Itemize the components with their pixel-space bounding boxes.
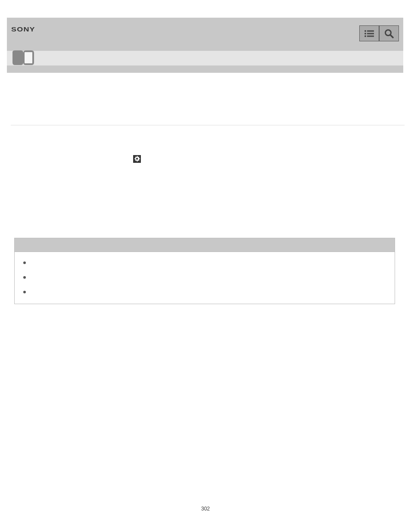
list-item bbox=[22, 289, 388, 293]
list-icon bbox=[364, 30, 374, 37]
svg-rect-1 bbox=[367, 30, 374, 31]
search-button[interactable] bbox=[379, 25, 399, 41]
content-area bbox=[11, 125, 405, 237]
svg-rect-8 bbox=[25, 52, 32, 63]
search-icon bbox=[384, 29, 394, 38]
svg-line-7 bbox=[390, 35, 393, 37]
bullet-icon bbox=[23, 291, 26, 293]
svg-point-0 bbox=[364, 30, 366, 32]
notice-box bbox=[14, 238, 395, 304]
document-folder-icon bbox=[12, 50, 35, 65]
bullet-icon bbox=[23, 276, 26, 279]
svg-point-2 bbox=[364, 33, 366, 34]
list-item bbox=[22, 260, 388, 264]
settings-badge bbox=[133, 155, 141, 163]
list-item bbox=[22, 274, 388, 279]
header-bar: SONY bbox=[7, 18, 403, 51]
page-number: 302 bbox=[201, 506, 210, 512]
gear-icon bbox=[134, 156, 140, 162]
sony-logo: SONY bbox=[11, 25, 35, 33]
notice-body bbox=[15, 252, 395, 304]
page-header-container: SONY bbox=[7, 18, 403, 73]
secondary-bar bbox=[7, 51, 403, 65]
list-menu-button[interactable] bbox=[359, 25, 379, 41]
svg-rect-5 bbox=[367, 35, 374, 37]
bullet-icon bbox=[23, 261, 26, 264]
notice-header bbox=[15, 238, 395, 252]
thin-bar bbox=[7, 65, 403, 73]
svg-rect-3 bbox=[367, 33, 374, 34]
divider-line bbox=[11, 125, 405, 125]
svg-point-4 bbox=[364, 35, 366, 37]
svg-point-9 bbox=[136, 158, 138, 159]
header-icons bbox=[359, 25, 399, 41]
